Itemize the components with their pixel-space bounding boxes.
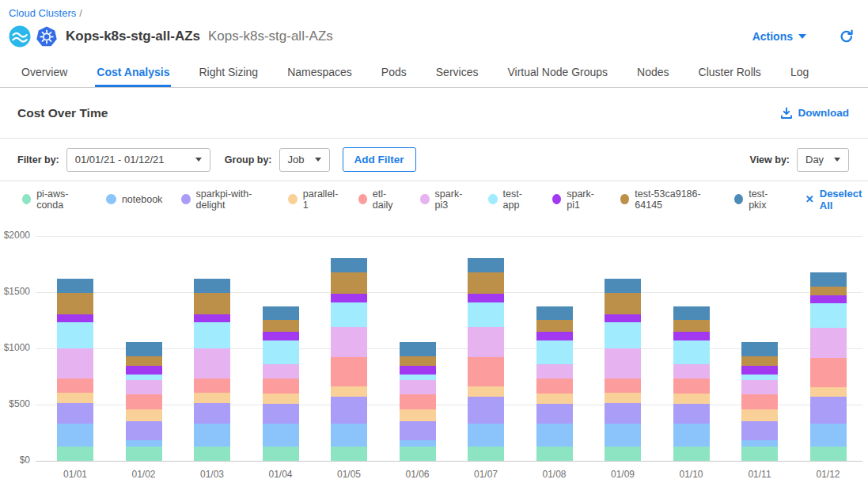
bar-segment-pi-aws-conda[interactable] [194,447,230,462]
bar-segment-parallel-1[interactable] [331,386,367,397]
legend-item-pi-aws-conda[interactable]: pi-aws-conda [22,188,87,211]
bar-segment-spark-pi1[interactable] [57,314,93,322]
bar-segment-test-53ca9186-64145[interactable] [400,356,436,366]
stacked-bar-01-04[interactable] [263,306,299,461]
bar-segment-test-app[interactable] [810,303,847,328]
bar-segment-test-app[interactable] [331,302,367,327]
bar-segment-sparkpi-with-delight[interactable] [194,403,230,424]
bar-segment-parallel-1[interactable] [468,386,504,397]
legend-item-test-53ca9186-64145[interactable]: test-53ca9186-64145 [620,188,715,211]
bar-segment-test-app[interactable] [536,340,573,365]
bar-segment-notebook[interactable] [741,440,778,446]
bar-segment-pi-aws-conda[interactable] [605,447,641,462]
bar-segment-spark-pi3[interactable] [126,380,162,394]
bar-segment-etl-daily[interactable] [673,378,710,394]
bar-segment-test-pkix[interactable] [400,342,436,356]
bar-segment-spark-pi1[interactable] [126,366,162,375]
bar-segment-test-53ca9186-64145[interactable] [468,272,504,295]
bar-segment-sparkpi-with-delight[interactable] [400,421,436,440]
bar-segment-spark-pi1[interactable] [605,314,641,322]
stacked-bar-01-05[interactable] [331,258,367,461]
bar-segment-notebook[interactable] [605,424,641,446]
bar-segment-spark-pi3[interactable] [57,348,93,378]
bar-segment-test-pkix[interactable] [331,258,367,272]
bar-segment-spark-pi3[interactable] [468,327,504,357]
bar-segment-spark-pi3[interactable] [194,348,230,378]
bar-segment-test-53ca9186-64145[interactable] [741,356,778,366]
tab-services[interactable]: Services [434,59,480,87]
bar-segment-spark-pi1[interactable] [536,332,573,340]
tab-log[interactable]: Log [789,59,810,87]
bar-segment-parallel-1[interactable] [605,393,641,403]
bar-segment-spark-pi3[interactable] [263,364,299,378]
bar-segment-notebook[interactable] [468,424,504,447]
bar-segment-etl-daily[interactable] [57,378,93,394]
bar-segment-spark-pi1[interactable] [194,314,230,322]
legend-item-test-pkix[interactable]: test-pkix [734,188,780,211]
bar-segment-test-53ca9186-64145[interactable] [57,293,93,314]
bar-segment-spark-pi3[interactable] [400,380,436,394]
legend-item-parallel-1[interactable]: parallel-1 [288,188,339,211]
bar-segment-parallel-1[interactable] [126,409,162,421]
bar-segment-parallel-1[interactable] [57,393,93,403]
bar-segment-sparkpi-with-delight[interactable] [605,403,641,424]
add-filter-button[interactable]: Add Filter [343,147,416,172]
bar-segment-notebook[interactable] [263,424,299,447]
stacked-bar-01-03[interactable] [194,279,230,461]
bar-segment-pi-aws-conda[interactable] [57,447,93,462]
bar-segment-sparkpi-with-delight[interactable] [741,421,778,440]
breadcrumb-link-cloud-clusters[interactable]: Cloud Clusters [9,7,76,19]
stacked-bar-01-07[interactable] [468,258,504,461]
bar-segment-test-pkix[interactable] [741,342,778,356]
tab-nodes[interactable]: Nodes [635,59,670,87]
bar-segment-spark-pi3[interactable] [673,364,710,378]
bar-segment-etl-daily[interactable] [194,378,230,394]
bar-segment-sparkpi-with-delight[interactable] [126,421,162,440]
bar-segment-test-app[interactable] [605,322,641,348]
tab-cost-analysis[interactable]: Cost Analysis [95,59,171,87]
bar-segment-sparkpi-with-delight[interactable] [810,397,847,424]
bar-segment-pi-aws-conda[interactable] [810,447,847,461]
bar-segment-pi-aws-conda[interactable] [400,447,436,462]
bar-segment-spark-pi1[interactable] [263,332,299,340]
stacked-bar-01-08[interactable] [536,306,573,461]
bar-segment-test-app[interactable] [400,375,436,380]
tab-namespaces[interactable]: Namespaces [286,59,354,87]
legend-item-etl-daily[interactable]: etl-daily [358,188,402,211]
bar-segment-test-53ca9186-64145[interactable] [810,287,847,295]
bar-segment-etl-daily[interactable] [400,394,436,409]
stacked-bar-01-09[interactable] [605,279,641,461]
bar-segment-spark-pi3[interactable] [741,380,778,394]
bar-segment-etl-daily[interactable] [536,378,573,394]
bar-segment-test-pkix[interactable] [810,272,847,287]
bar-segment-parallel-1[interactable] [400,409,436,421]
legend-item-test-app[interactable]: test-app [488,188,533,211]
bar-segment-test-53ca9186-64145[interactable] [536,320,573,332]
bar-segment-sparkpi-with-delight[interactable] [57,403,93,424]
tab-cluster-rolls[interactable]: Cluster Rolls [697,59,763,87]
bar-segment-notebook[interactable] [673,424,710,447]
bar-segment-spark-pi1[interactable] [810,295,847,303]
bar-segment-pi-aws-conda[interactable] [263,447,299,461]
bar-segment-spark-pi1[interactable] [400,366,436,375]
bar-segment-test-53ca9186-64145[interactable] [331,272,367,295]
bar-segment-parallel-1[interactable] [673,394,710,404]
bar-segment-spark-pi3[interactable] [605,348,641,378]
bar-segment-etl-daily[interactable] [468,357,504,387]
bar-segment-sparkpi-with-delight[interactable] [331,397,367,424]
bar-segment-test-pkix[interactable] [126,342,162,356]
legend-item-spark-pi3[interactable]: spark-pi3 [420,188,469,211]
bar-segment-sparkpi-with-delight[interactable] [673,404,710,424]
bar-segment-notebook[interactable] [57,424,93,446]
bar-segment-etl-daily[interactable] [741,394,778,409]
stacked-bar-01-10[interactable] [673,306,710,461]
tab-overview[interactable]: Overview [20,59,69,87]
legend-item-spark-pi1[interactable]: spark-pi1 [552,188,601,211]
bar-segment-sparkpi-with-delight[interactable] [468,397,504,424]
bar-segment-parallel-1[interactable] [741,409,778,421]
bar-segment-test-app[interactable] [468,302,504,327]
bar-segment-notebook[interactable] [810,424,847,447]
bar-segment-test-pkix[interactable] [263,306,299,320]
actions-button[interactable]: Actions [752,30,806,43]
bar-segment-etl-daily[interactable] [126,394,162,409]
